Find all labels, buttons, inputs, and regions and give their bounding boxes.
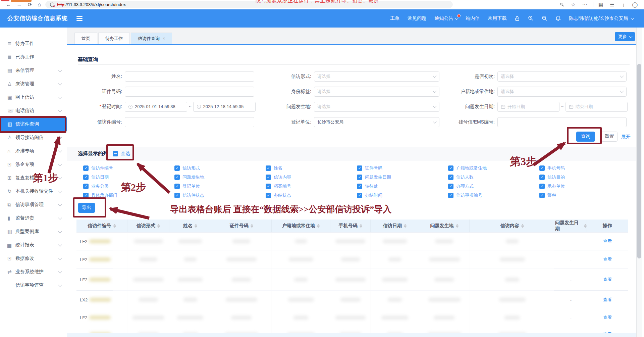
column-checkbox-手机号码[interactable]: ✓手机号码 [539, 165, 565, 171]
query-button[interactable]: 查询 [576, 132, 595, 142]
column-checkbox-信访日期[interactable]: ✓信访日期 [83, 174, 109, 180]
text-input-field[interactable] [128, 74, 251, 79]
column-checkbox-信访目的[interactable]: ✓信访目的 [539, 174, 565, 180]
sidebar-item-电话信访[interactable]: ☏电话信访 [0, 104, 67, 117]
column-checkbox-承办单位[interactable]: ✓承办单位 [539, 183, 565, 189]
tab-首页[interactable]: 首页 [74, 33, 97, 44]
column-header-操作[interactable]: 操作 [587, 220, 628, 232]
sidebar-item-业务系统维护[interactable]: ⇄业务系统维护 [0, 265, 67, 279]
column-checkbox-办理方式[interactable]: ✓办理方式 [448, 183, 474, 189]
close-icon[interactable]: × [163, 36, 165, 41]
column-header-手机号码[interactable]: 手机号码 [330, 220, 371, 232]
menu-toggle-icon[interactable] [76, 16, 83, 22]
date-input[interactable]: 结束日期 [566, 102, 628, 112]
column-checkbox-信访件编号[interactable]: ✓信访件编号 [83, 165, 113, 171]
column-checkbox-办结状态[interactable]: ✓办结状态 [266, 192, 291, 198]
sidebar-item-典型案例库[interactable]: ▥典型案例库 [0, 225, 67, 238]
sidebar-item-来访管理[interactable]: ♙来访管理 [0, 77, 67, 91]
browser-menu-icon[interactable]: ⋯ [580, 0, 589, 9]
view-link[interactable]: 查看 [603, 297, 612, 303]
vertical-scrollbar[interactable] [636, 28, 642, 337]
datetime-input[interactable]: 2025-01-01 14:59:38 [125, 102, 187, 112]
header-nav-item[interactable]: 常见问题 [408, 15, 426, 21]
tab-待办工作[interactable]: 待办工作 [98, 33, 130, 44]
column-checkbox-业务分类[interactable]: ✓业务分类 [83, 183, 109, 189]
column-header-信访形式[interactable]: 信访形式 [127, 220, 169, 232]
bell-icon[interactable] [555, 15, 561, 21]
sidebar-item-来信管理[interactable]: ▤来信管理 [0, 64, 67, 77]
column-checkbox-转往处[interactable]: ✓转往处 [357, 183, 378, 189]
datetime-input[interactable]: 2025-12-18 14:59:35 [193, 102, 256, 112]
url-bar[interactable]: ✗ http://11.33.3.203/#/xfj/search/index [45, 1, 453, 8]
column-checkbox-信访件状态[interactable]: ✓信访件状态 [174, 192, 204, 198]
date-input[interactable]: 开始日期 [497, 102, 559, 112]
scrollbar-thumb[interactable] [637, 64, 641, 258]
sidebar-item-统计报表[interactable]: ▅统计报表 [0, 238, 67, 252]
password-key-icon[interactable] [557, 0, 566, 9]
text-input[interactable] [497, 117, 627, 127]
sidebar-item-网上信访[interactable]: ▣网上信访 [0, 91, 67, 104]
column-checkbox-信访形式[interactable]: ✓信访形式 [174, 165, 200, 171]
column-checkbox-信访人数[interactable]: ✓信访人数 [448, 174, 474, 180]
sort-icon[interactable] [195, 224, 197, 228]
select-input[interactable]: 请选择 [314, 102, 439, 112]
profile-icon[interactable]: ◯ [631, 0, 639, 9]
sidebar-item-数据修改[interactable]: ⊡数据修改 [0, 252, 67, 265]
column-checkbox-问题发生地[interactable]: ✓问题发生地 [174, 174, 204, 180]
tab-信访件查询[interactable]: 信访件查询× [131, 33, 172, 44]
column-checkbox-户籍地或常住地[interactable]: ✓户籍地或常住地 [448, 165, 487, 171]
header-nav-item[interactable]: 通知公告 [434, 15, 458, 21]
text-input-field[interactable] [128, 89, 251, 94]
browser-back-button[interactable]: ← [4, 0, 13, 9]
lock-icon[interactable] [515, 16, 520, 21]
column-header-姓名[interactable]: 姓名 [169, 220, 211, 232]
select-input[interactable]: 请选择 [497, 87, 627, 97]
column-header-问题发生日期[interactable]: 问题发生日期 [555, 220, 587, 232]
column-checkbox-登记单位[interactable]: ✓登记单位 [174, 183, 200, 189]
column-header-信访日期[interactable]: 信访日期 [371, 220, 419, 232]
reset-button[interactable]: 重置 [601, 132, 618, 142]
column-header-证件号码[interactable]: 证件号码 [211, 220, 272, 232]
sidebar-item-已办工作[interactable]: ≣已办工作 [0, 50, 67, 64]
text-input-field[interactable] [501, 119, 623, 125]
column-checkbox-姓名[interactable]: ✓姓名 [266, 165, 282, 171]
view-link[interactable]: 查看 [603, 256, 612, 262]
sidebar-item-本机关接收转交件[interactable]: ↻本机关接收转交件 [0, 185, 67, 198]
sort-icon[interactable] [360, 224, 362, 228]
sidebar-item-复查复核[interactable]: ⊞复查复核 [0, 171, 67, 185]
sort-icon[interactable] [584, 224, 587, 228]
zoom-in-icon[interactable] [528, 15, 534, 21]
select-input[interactable]: 请选择 [497, 71, 627, 82]
column-header-户籍地或常住地[interactable]: 户籍地或常住地 [272, 220, 330, 232]
browser-forward-button[interactable]: → [15, 0, 23, 9]
select-all-checkbox[interactable]: 全选 [113, 151, 130, 157]
column-header-信访内容[interactable]: 信访内容 [470, 220, 555, 232]
text-input[interactable] [125, 87, 254, 97]
view-link[interactable]: 查看 [603, 315, 612, 321]
browser-home-button[interactable]: ⌂ [35, 0, 44, 9]
header-nav-item[interactable]: 站内信 [466, 15, 480, 21]
site-security-icon[interactable]: ✗ [50, 2, 54, 7]
sidebar-item-信访事项管理[interactable]: ⧉信访事项管理 [0, 198, 67, 211]
more-tabs-button[interactable]: 更多 [615, 32, 635, 41]
select-input[interactable]: 请选择 [314, 87, 439, 97]
text-input-field[interactable] [128, 119, 251, 125]
downloads-icon[interactable]: ↓ [619, 0, 628, 9]
view-link[interactable]: 查看 [603, 277, 612, 283]
sort-icon[interactable] [521, 224, 524, 228]
column-header-信访件编号[interactable]: 信访件编号 [76, 220, 127, 232]
sidebar-item-涉企专项[interactable]: ⊡涉企专项 [0, 158, 67, 171]
column-checkbox-问题发生日期[interactable]: ✓问题发生日期 [357, 174, 391, 180]
sort-icon[interactable] [317, 224, 320, 228]
sidebar-item-信访件查询[interactable]: ▥信访件查询 [0, 117, 67, 131]
sidebar-item-矛排专项[interactable]: ⌂矛排专项 [0, 144, 67, 158]
header-nav-item[interactable]: 常用下载 [488, 15, 506, 21]
sidebar-item-监督追责[interactable]: ▮监督追责 [0, 211, 67, 225]
expand-link[interactable]: 展开 [621, 134, 631, 140]
sort-icon[interactable] [456, 224, 459, 228]
sort-icon[interactable] [251, 224, 253, 228]
select-input[interactable]: 长沙市公安局 [314, 117, 439, 127]
column-checkbox-办结时间[interactable]: ✓办结时间 [357, 192, 382, 198]
zoom-out-icon[interactable] [542, 15, 547, 21]
user-menu[interactable]: 陈志明/信访处/长沙市公安局 [569, 15, 633, 21]
